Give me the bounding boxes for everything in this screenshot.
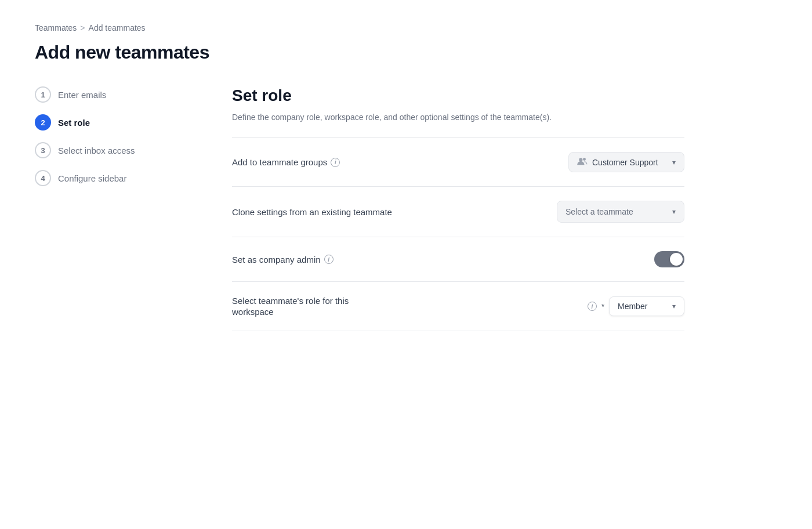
breadcrumb-current: Add teammates bbox=[89, 23, 146, 32]
section-title: Set role bbox=[232, 86, 684, 105]
label-text-clone-settings: Clone settings from an existing teammate bbox=[232, 207, 392, 217]
label-text-company-admin: Set as company admin bbox=[232, 255, 321, 264]
main-content: Set role Define the company role, worksp… bbox=[232, 86, 684, 331]
info-icon-company-admin[interactable]: i bbox=[324, 255, 334, 264]
dropdown-workspace-role[interactable]: Member ▾ bbox=[609, 296, 684, 316]
step-label-1: Enter emails bbox=[58, 90, 106, 100]
chevron-icon-teammate-groups: ▾ bbox=[672, 158, 676, 166]
dropdown-value-workspace-role: Member bbox=[618, 302, 647, 311]
step-label-3: Select inbox access bbox=[58, 146, 135, 155]
dropdown-value-teammate-groups: Customer Support bbox=[592, 158, 658, 167]
page-title: Add new teammates bbox=[35, 42, 777, 63]
label-workspace-role: Select teammate's role for this workspac… bbox=[232, 296, 349, 317]
label-clone-settings: Clone settings from an existing teammate bbox=[232, 207, 392, 217]
label-company-admin: Set as company admin i bbox=[232, 255, 334, 264]
step-item-3[interactable]: 3 Select inbox access bbox=[35, 142, 186, 158]
group-icon bbox=[577, 157, 588, 167]
main-layout: 1 Enter emails 2 Set role 3 Select inbox… bbox=[35, 86, 777, 331]
breadcrumb: Teammates > Add teammates bbox=[35, 23, 777, 32]
step-label-2: Set role bbox=[58, 118, 90, 128]
label-text-teammate-groups: Add to teammate groups bbox=[232, 157, 327, 167]
chevron-icon-workspace-role: ▾ bbox=[672, 302, 676, 310]
form-row-clone-settings: Clone settings from an existing teammate… bbox=[232, 187, 684, 237]
step-number-3: 3 bbox=[35, 142, 51, 158]
form-row-teammate-groups: Add to teammate groups i Customer Suppor… bbox=[232, 138, 684, 186]
label-teammate-groups: Add to teammate groups i bbox=[232, 157, 340, 167]
label-text-workspace-role-line1: Select teammate's role for this bbox=[232, 296, 349, 306]
section-description: Define the company role, workspace role,… bbox=[232, 111, 684, 124]
dropdown-value-clone-settings: Select a teammate bbox=[566, 207, 633, 216]
svg-point-1 bbox=[583, 158, 586, 161]
form-row-company-admin: Set as company admin i bbox=[232, 237, 684, 281]
step-item-4[interactable]: 4 Configure sidebar bbox=[35, 170, 186, 186]
info-icon-teammate-groups[interactable]: i bbox=[331, 158, 340, 167]
step-item-2[interactable]: 2 Set role bbox=[35, 114, 186, 131]
dropdown-inner-teammate-groups: Customer Support bbox=[577, 157, 658, 167]
chevron-icon-clone-settings: ▾ bbox=[672, 208, 676, 216]
step-number-4: 4 bbox=[35, 170, 51, 186]
dropdown-teammate-groups[interactable]: Customer Support ▾ bbox=[568, 152, 684, 172]
required-star: * bbox=[601, 302, 604, 311]
steps-sidebar: 1 Enter emails 2 Set role 3 Select inbox… bbox=[35, 86, 186, 331]
svg-point-0 bbox=[579, 158, 582, 162]
toggle-company-admin[interactable] bbox=[654, 251, 684, 267]
step-number-2: 2 bbox=[35, 114, 51, 131]
step-list: 1 Enter emails 2 Set role 3 Select inbox… bbox=[35, 86, 186, 186]
breadcrumb-parent[interactable]: Teammates bbox=[35, 23, 77, 32]
divider-4 bbox=[232, 331, 684, 331]
breadcrumb-separator: > bbox=[80, 23, 85, 32]
step-item-1[interactable]: 1 Enter emails bbox=[35, 86, 186, 103]
workspace-role-controls: i * Member ▾ bbox=[588, 296, 684, 316]
dropdown-clone-settings[interactable]: Select a teammate ▾ bbox=[557, 201, 684, 223]
form-row-workspace-role: Select teammate's role for this workspac… bbox=[232, 282, 684, 331]
step-number-1: 1 bbox=[35, 86, 51, 103]
label-text-workspace-role-line2: workspace bbox=[232, 307, 349, 317]
step-label-4: Configure sidebar bbox=[58, 173, 126, 183]
info-icon-workspace-role[interactable]: i bbox=[588, 302, 597, 311]
toggle-knob-company-admin bbox=[670, 253, 683, 266]
